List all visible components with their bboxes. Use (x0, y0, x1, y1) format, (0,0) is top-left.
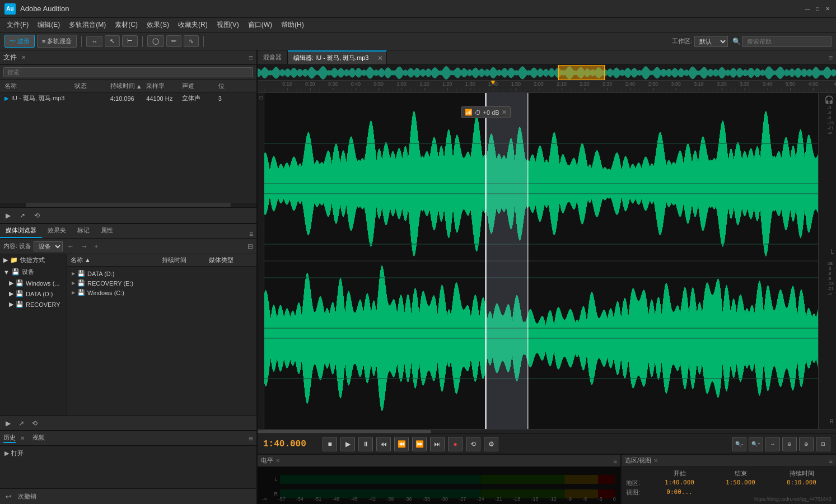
windows-item[interactable]: ▶ 💾 Windows (... (0, 278, 67, 288)
select-tool-btn[interactable]: ↖ (105, 35, 120, 47)
waveform-mode-btn[interactable]: 〜 波形 (4, 35, 35, 48)
files-panel-close[interactable]: ✕ (21, 54, 26, 60)
scroll-thumb[interactable] (258, 430, 431, 433)
tab-markers[interactable]: 标记 (72, 224, 95, 238)
lasso-tool-btn[interactable]: ◯ (147, 35, 164, 47)
col-header-duration[interactable]: 持续时间 ▲ (109, 81, 145, 91)
menu-help[interactable]: 帮助(H) (277, 18, 309, 31)
zoom-fit-h-btn[interactable]: ↔ (765, 437, 780, 451)
move-tool-btn[interactable]: ↔ (86, 36, 102, 47)
time-tool-btn[interactable]: ⊢ (122, 35, 138, 47)
zoom-fit-v-btn[interactable]: ⊡ (816, 437, 830, 451)
files-panel-menu[interactable]: ≡ (249, 53, 253, 62)
zoom-out-h-btn[interactable]: 🔍- (732, 437, 746, 451)
scale-24: -24 (477, 496, 484, 502)
stop-btn[interactable]: ■ (323, 437, 337, 451)
col-name-header[interactable]: 名称 ▲ (71, 256, 160, 264)
media-play-btn[interactable]: ▶ (3, 418, 13, 428)
mixer-tab[interactable]: 混音器 (258, 51, 288, 64)
media-content-select[interactable]: 设备 (34, 241, 63, 251)
skip-end-btn[interactable]: ⏭ (430, 437, 445, 451)
history-panel-close-x[interactable]: ✕ (20, 435, 25, 441)
view-start[interactable]: 0:00... (650, 488, 709, 497)
menu-window[interactable]: 窗口(W) (244, 18, 277, 31)
pause-btn[interactable]: ⏸ (358, 437, 373, 451)
col-media-type-header[interactable]: 媒体类型 (209, 256, 254, 264)
list-item[interactable]: ▶ 💾 RECOVERY (E:) (69, 278, 254, 288)
search-input[interactable] (742, 36, 832, 47)
transport-settings-btn[interactable]: ⚙ (484, 437, 498, 451)
loop-btn[interactable]: ⟲ (466, 437, 480, 451)
zoom-out-v-btn[interactable]: ⊖ (782, 437, 797, 451)
zoom-in-v-btn[interactable]: ⊕ (799, 437, 814, 451)
waveform-area[interactable]: ◻ 📶 ⏱ +0 dB ✕ 🎧 (258, 93, 836, 429)
rewind-btn[interactable]: ⏪ (394, 437, 409, 451)
waveform-scrollbar[interactable] (258, 429, 836, 433)
view-end[interactable] (711, 488, 770, 497)
pencil-tool-btn[interactable]: ✏ (166, 35, 181, 47)
media-forward-btn[interactable]: → (78, 241, 90, 251)
heal-tool-btn[interactable]: ∿ (184, 35, 199, 47)
media-add-btn[interactable]: + (92, 241, 100, 251)
level-close-x[interactable]: ✕ (275, 458, 280, 464)
devices-item[interactable]: ▼ 💾 设备 (0, 266, 67, 278)
play-btn[interactable]: ▶ (340, 437, 355, 451)
col-header-status: 状态 (73, 81, 109, 91)
zoom-in-h-btn[interactable]: 🔍+ (749, 437, 763, 451)
shortcuts-item[interactable]: ▶ 📁 快捷方式 (0, 254, 67, 266)
view-duration[interactable] (772, 488, 832, 497)
popup-close-btn[interactable]: ✕ (502, 109, 507, 116)
history-panel: 历史 ✕ 视频 ≡ ▶ 打开 ↩ 次撤销 (0, 431, 256, 504)
media-export-btn[interactable]: ↗ (16, 418, 26, 428)
workspace-select[interactable]: 默认 (694, 36, 728, 47)
menu-edit[interactable]: 编辑(E) (33, 18, 64, 31)
waveform-canvas-container[interactable]: 📶 ⏱ +0 dB ✕ (264, 93, 818, 429)
media-back-btn[interactable]: ← (65, 241, 76, 251)
region-duration[interactable]: 0:10.000 (772, 479, 832, 487)
media-panel-menu[interactable]: ≡ (246, 230, 256, 238)
minimize-button[interactable]: — (804, 5, 811, 13)
selection-panel-menu[interactable]: ≡ (829, 458, 833, 464)
recovery-item[interactable]: ▶ 💾 RECOVERY (0, 299, 67, 310)
tab-effects[interactable]: 效果夹 (42, 224, 72, 238)
tab-editor[interactable]: 编辑器: IU - 斑马, 斑马.mp3 (288, 52, 374, 64)
close-button[interactable]: ✕ (824, 5, 832, 13)
files-play-btn[interactable]: ▶ (3, 211, 13, 221)
menu-view[interactable]: 视图(V) (212, 18, 244, 31)
skip-start-btn[interactable]: ⏮ (376, 437, 391, 451)
overview-waveform[interactable] (258, 65, 836, 81)
editor-tab-close[interactable]: ✕ (374, 54, 386, 62)
maximize-button[interactable]: □ (814, 5, 821, 13)
data-drive-item[interactable]: ▶ 💾 DATA (D:) (0, 288, 67, 299)
multitrack-mode-btn[interactable]: ≡ 多轨混音 (37, 35, 77, 48)
table-row[interactable]: ▶ IU - 斑马, 斑马.mp3 4:10.096 44100 Hz 立体声 … (0, 92, 256, 104)
list-item[interactable]: ▶ 💾 Windows (C:) (69, 288, 254, 297)
tab-media-browser[interactable]: 媒体浏览器 (0, 224, 42, 238)
selection-close-x[interactable]: ✕ (653, 458, 658, 464)
fast-forward-btn[interactable]: ⏩ (412, 437, 427, 451)
files-search-input[interactable] (3, 67, 253, 77)
menu-effects[interactable]: 效果(S) (142, 18, 174, 31)
menu-clip[interactable]: 素材(C) (110, 18, 142, 31)
media-loop-btn[interactable]: ⟲ (30, 418, 40, 428)
level-panel-menu[interactable]: ≡ (614, 458, 617, 464)
tab-properties[interactable]: 属性 (95, 224, 119, 238)
menu-multitrack[interactable]: 多轨混音(M) (64, 18, 110, 31)
menu-file[interactable]: 文件(F) (2, 18, 33, 31)
tab-history[interactable]: 历史 (3, 433, 16, 443)
media-tabs: 媒体浏览器 效果夹 标记 属性 ≡ (0, 224, 256, 239)
menu-favorites[interactable]: 收藏夹(R) (174, 18, 212, 31)
col-duration-header[interactable]: 持续时间 (162, 256, 207, 264)
editor-panel-menu[interactable]: ≡ (825, 54, 836, 62)
list-item[interactable]: ▶ 💾 DATA (D:) (69, 269, 254, 278)
tab-video[interactable]: 视频 (28, 433, 49, 443)
history-undo-btn[interactable]: ↩ (3, 492, 13, 502)
record-btn[interactable]: ● (448, 437, 463, 451)
files-loop-btn[interactable]: ⟲ (32, 211, 42, 221)
region-end[interactable]: 1:50.000 (711, 479, 770, 487)
history-panel-menu[interactable]: ≡ (249, 434, 253, 443)
list-item[interactable]: ▶ 打开 (4, 448, 252, 459)
media-filter-icon[interactable]: ⊟ (247, 242, 253, 250)
files-export-btn[interactable]: ↗ (17, 211, 27, 221)
region-start[interactable]: 1:40.000 (650, 479, 709, 487)
